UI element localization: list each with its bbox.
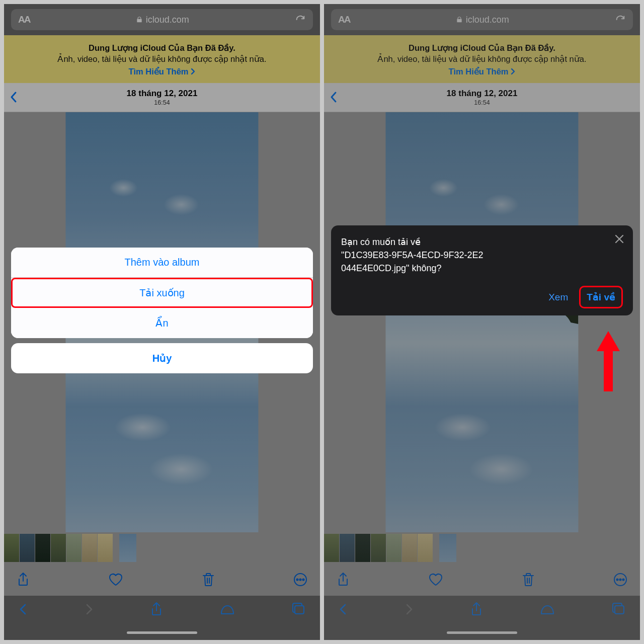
- annotation-arrow-icon: [593, 331, 624, 391]
- dim-overlay[interactable]: [324, 4, 640, 640]
- action-sheet: Thêm vào album Tải xuống Ẩn Hủy: [11, 248, 313, 378]
- sheet-download[interactable]: Tải xuống: [11, 278, 313, 308]
- dialog-text: Bạn có muốn tải về "D1C39E83-9F5A-4ECD-9…: [341, 235, 623, 275]
- dialog-line2: "D1C39E83-9F5A-4ECD-9F32-2E2: [341, 250, 484, 260]
- sheet-add-to-album[interactable]: Thêm vào album: [11, 248, 313, 278]
- sheet-hide[interactable]: Ẩn: [11, 308, 313, 338]
- dialog-line3: 044E4E0CD.jpg" không?: [341, 263, 442, 273]
- dialog-download-button[interactable]: Tải về: [579, 286, 623, 308]
- sheet-cancel[interactable]: Hủy: [11, 343, 313, 373]
- dialog-line1: Bạn có muốn tải về: [341, 237, 421, 247]
- close-icon[interactable]: [614, 233, 625, 245]
- phone-left: AA icloud.com Dung Lượng iCloud Của Bạn …: [4, 4, 320, 640]
- dialog-view-button[interactable]: Xem: [548, 292, 568, 303]
- phone-right: AA icloud.com Dung Lượng iCloud Của Bạn …: [324, 4, 640, 640]
- download-dialog: Bạn có muốn tải về "D1C39E83-9F5A-4ECD-9…: [331, 225, 633, 315]
